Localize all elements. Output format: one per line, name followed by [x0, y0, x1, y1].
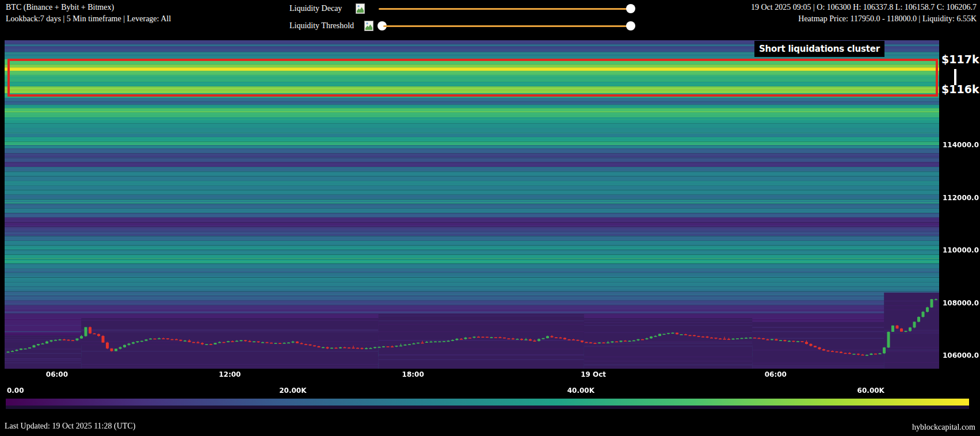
- y-axis-label: 114000.0: [943, 141, 979, 149]
- last-updated-text: Last Updated: 19 Oct 2025 11:28 (UTC): [5, 422, 135, 431]
- short-liquidations-annotation-box: [7, 59, 938, 97]
- liquidity-threshold-slider-track[interactable]: [383, 25, 631, 27]
- app-subtitle: Lookback:7 days | 5 Min timeframe | Leve…: [6, 13, 171, 25]
- app-title: BTC (Binance + Bybit + Bitmex): [6, 2, 171, 13]
- colorbar-gradient: [6, 399, 969, 406]
- liquidity-decay-slider-track[interactable]: [379, 8, 631, 10]
- liquidity-decay-label: Liquidity Decay: [289, 4, 342, 13]
- liquidity-decay-slider-handle[interactable]: [626, 4, 635, 13]
- watermark-text: hyblockcapital.com: [912, 423, 975, 432]
- header-left: BTC (Binance + Bybit + Bitmex) Lookback:…: [6, 2, 171, 25]
- liquidity-threshold-slider-handle-max[interactable]: [626, 21, 635, 30]
- x-axis-label: 18:00: [402, 370, 424, 378]
- heatmap-readout: Heatmap Price: 117950.0 - 118000.0 | Liq…: [751, 13, 977, 25]
- broken-image-icon: [364, 21, 373, 33]
- header-right: 19 Oct 2025 09:05 | O: 106300 H: 106337.…: [751, 2, 977, 25]
- x-axis-label: 19 Oct: [581, 370, 606, 378]
- colorbar-tick-label: 40.00K: [567, 387, 594, 395]
- price-label-116k: $116k: [941, 83, 979, 95]
- colorbar-shadow: [6, 406, 969, 409]
- y-axis-label: 110000.0: [943, 246, 979, 254]
- short-liquidations-tooltip: Short liquidations cluster: [754, 41, 884, 57]
- x-axis-label: 12:00: [219, 370, 241, 378]
- colorbar-tick-label: 20.00K: [279, 387, 306, 395]
- broken-image-icon: [356, 3, 365, 16]
- price-label-117k: $117k: [941, 53, 979, 66]
- colorbar-tick-label: 0.00: [7, 387, 24, 395]
- y-axis-label: 108000.0: [943, 299, 979, 307]
- colorbar-tick-label: 60.00K: [857, 387, 884, 395]
- liquidity-threshold-label: Liquidity Threshold: [289, 21, 354, 30]
- ohlc-readout: 19 Oct 2025 09:05 | O: 106300 H: 106337.…: [751, 2, 977, 13]
- x-axis-label: 06:00: [46, 370, 68, 378]
- x-axis-label: 06:00: [765, 370, 787, 378]
- y-axis-label: 106000.0: [943, 351, 979, 359]
- y-axis-label: 112000.0: [943, 194, 979, 202]
- liquidation-heatmap-app: BTC (Binance + Bybit + Bitmex) Lookback:…: [0, 0, 980, 436]
